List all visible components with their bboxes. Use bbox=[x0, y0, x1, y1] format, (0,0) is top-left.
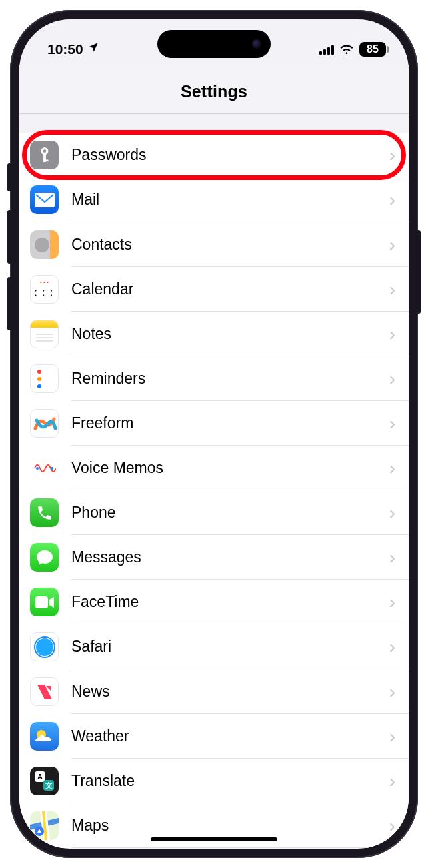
page-title: Settings bbox=[19, 82, 409, 101]
chevron-right-icon: › bbox=[389, 592, 395, 613]
settings-row-weather[interactable]: Weather› bbox=[19, 714, 409, 759]
row-label: Reminders bbox=[71, 370, 389, 388]
svg-text:A: A bbox=[37, 773, 43, 781]
row-label: Notes bbox=[71, 325, 389, 343]
settings-row-contacts[interactable]: Contacts› bbox=[19, 222, 409, 267]
screen: 10:50 85 Settings Passwords›Mail›Contact… bbox=[19, 19, 409, 849]
reminders-icon bbox=[30, 364, 59, 393]
calendar-icon: • • •: : : bbox=[30, 275, 59, 304]
messages-icon bbox=[30, 543, 59, 572]
settings-row-news[interactable]: News› bbox=[19, 669, 409, 714]
settings-row-reminders[interactable]: Reminders› bbox=[19, 356, 409, 401]
row-label: Voice Memos bbox=[71, 459, 389, 477]
chevron-right-icon: › bbox=[389, 279, 395, 300]
row-label: Calendar bbox=[71, 280, 389, 298]
status-time: 10:50 bbox=[47, 41, 83, 57]
key-icon bbox=[30, 141, 59, 169]
settings-row-messages[interactable]: Messages› bbox=[19, 535, 409, 580]
chevron-right-icon: › bbox=[389, 815, 395, 837]
chevron-right-icon: › bbox=[389, 324, 395, 345]
chevron-right-icon: › bbox=[389, 145, 395, 166]
contacts-icon bbox=[30, 230, 59, 259]
row-label: Messages bbox=[71, 548, 389, 566]
svg-point-1 bbox=[43, 149, 46, 153]
row-label: Mail bbox=[71, 191, 389, 209]
row-label: News bbox=[71, 683, 389, 701]
facetime-icon bbox=[30, 588, 59, 616]
phone-icon bbox=[30, 498, 59, 527]
svg-rect-4 bbox=[35, 193, 55, 207]
row-label: Weather bbox=[71, 727, 389, 745]
maps-icon bbox=[30, 811, 59, 840]
svg-point-13 bbox=[36, 638, 53, 656]
chevron-right-icon: › bbox=[389, 636, 395, 658]
settings-row-safari[interactable]: Safari› bbox=[19, 624, 409, 669]
settings-row-notes[interactable]: Notes› bbox=[19, 312, 409, 356]
chevron-right-icon: › bbox=[389, 681, 395, 703]
settings-row-facetime[interactable]: FaceTime› bbox=[19, 580, 409, 624]
svg-point-9 bbox=[51, 467, 53, 470]
translate-icon: A文 bbox=[30, 767, 59, 795]
settings-row-voice-memos[interactable]: Voice Memos› bbox=[19, 446, 409, 490]
row-label: FaceTime bbox=[71, 593, 389, 611]
chevron-right-icon: › bbox=[389, 726, 395, 747]
row-label: Passwords bbox=[71, 146, 389, 164]
dynamic-island bbox=[157, 30, 271, 58]
chevron-right-icon: › bbox=[389, 368, 395, 390]
silence-switch bbox=[7, 163, 11, 191]
cellular-signal-icon bbox=[319, 45, 334, 55]
wifi-icon bbox=[339, 41, 354, 57]
chevron-right-icon: › bbox=[389, 413, 395, 434]
settings-row-freeform[interactable]: Freeform› bbox=[19, 401, 409, 446]
svg-point-8 bbox=[36, 467, 39, 470]
chevron-right-icon: › bbox=[389, 189, 395, 211]
chevron-right-icon: › bbox=[389, 234, 395, 256]
settings-row-passwords[interactable]: Passwords› bbox=[19, 133, 409, 177]
row-label: Phone bbox=[71, 504, 389, 522]
row-label: Safari bbox=[71, 638, 389, 656]
row-label: Maps bbox=[71, 817, 389, 835]
settings-list: Passwords›Mail›Contacts›• • •: : :Calend… bbox=[19, 133, 409, 848]
separator bbox=[71, 847, 409, 848]
settings-row-mail[interactable]: Mail› bbox=[19, 177, 409, 222]
volume-up-button bbox=[7, 210, 11, 264]
svg-text:文: 文 bbox=[45, 781, 52, 789]
mail-icon bbox=[30, 185, 59, 214]
news-icon bbox=[30, 677, 59, 706]
chevron-right-icon: › bbox=[389, 547, 395, 568]
weather-icon bbox=[30, 722, 59, 751]
settings-row-phone[interactable]: Phone› bbox=[19, 490, 409, 535]
row-label: Translate bbox=[71, 772, 389, 790]
row-label: Freeform bbox=[71, 414, 389, 432]
battery-indicator: 85 bbox=[359, 42, 386, 57]
nav-header: Settings bbox=[19, 65, 409, 114]
chevron-right-icon: › bbox=[389, 502, 395, 524]
settings-row-translate[interactable]: A文Translate› bbox=[19, 759, 409, 803]
svg-rect-3 bbox=[43, 159, 48, 161]
safari-icon bbox=[30, 632, 59, 661]
phone-frame: 10:50 85 Settings Passwords›Mail›Contact… bbox=[10, 10, 418, 858]
settings-row-calendar[interactable]: • • •: : :Calendar› bbox=[19, 267, 409, 312]
row-label: Contacts bbox=[71, 236, 389, 254]
volume-down-button bbox=[7, 277, 11, 330]
chevron-right-icon: › bbox=[389, 458, 395, 479]
freeform-icon bbox=[30, 409, 59, 438]
svg-rect-10 bbox=[35, 596, 48, 608]
location-icon bbox=[87, 41, 99, 57]
home-indicator[interactable] bbox=[151, 837, 277, 841]
side-button bbox=[417, 230, 421, 314]
chevron-right-icon: › bbox=[389, 771, 395, 792]
notes-icon bbox=[30, 320, 59, 348]
voice-memos-icon bbox=[30, 454, 59, 482]
